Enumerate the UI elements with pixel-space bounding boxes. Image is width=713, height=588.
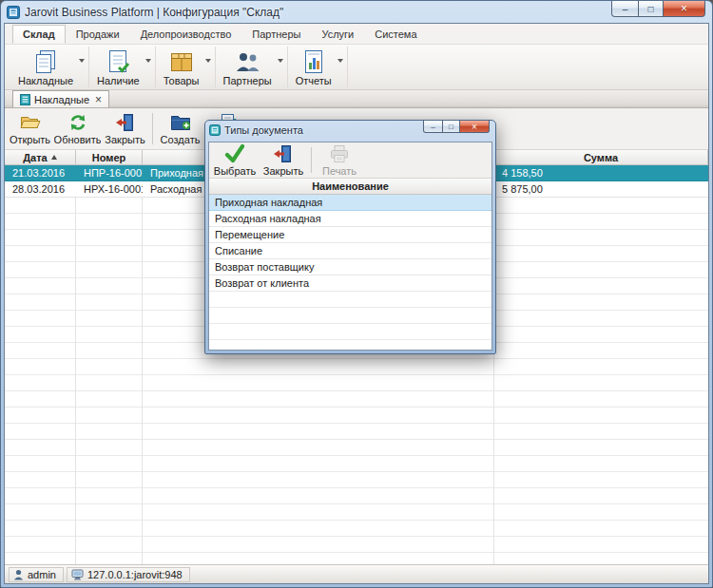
dialog-close-view-button[interactable]: Закрыть — [260, 143, 307, 177]
chevron-down-icon[interactable] — [278, 59, 283, 63]
tab-invoices[interactable]: Накладные × — [12, 90, 109, 107]
toolbar-button-label: Создать — [161, 134, 201, 145]
list-item[interactable]: Перемещение — [209, 227, 491, 243]
window-title: Jarovit Business Platform | Конфигурация… — [25, 6, 283, 19]
menu-tab-partnery[interactable]: Партнеры — [241, 25, 311, 44]
create-button[interactable]: Создать — [157, 109, 203, 148]
menu-tab-prodazhi[interactable]: Продажи — [66, 25, 130, 44]
open-folder-icon — [19, 112, 42, 133]
dialog-close-button[interactable]: × — [459, 121, 490, 133]
menu-tab-sistema[interactable]: Система — [364, 25, 427, 44]
status-user: admin — [28, 569, 56, 580]
dialog-toolbar: Выбрать Закрыть Печать — [209, 142, 491, 179]
ribbon-button-label: Наличие — [97, 75, 140, 86]
ribbon: Накладные Наличие Товары — [5, 45, 708, 90]
column-header-sum[interactable]: Сумма — [494, 150, 708, 164]
dialog-button-label: Выбрать — [214, 165, 256, 177]
toolbar-separator — [311, 147, 312, 173]
partners-icon — [234, 47, 260, 75]
maximize-button[interactable]: □ — [638, 1, 664, 17]
cell-sum: 4 158,50 — [494, 165, 708, 180]
open-button[interactable]: Открыть — [7, 109, 53, 148]
menu-tab-uslugi[interactable]: Услуги — [311, 25, 364, 44]
status-connection-panel: 127.0.0.1:jarovit:948 — [67, 567, 190, 582]
menu-tab-deloproizvodstvo[interactable]: Делопроизводство — [130, 25, 242, 44]
close-view-button[interactable]: Закрыть — [102, 109, 148, 148]
list-item[interactable]: Возврат от клиента — [209, 275, 491, 292]
dialog-button-label: Закрыть — [263, 165, 303, 177]
dialog-title: Типы документа — [224, 124, 420, 136]
invoice-tab-icon — [20, 94, 30, 105]
cell-number: НПР-16-0001 — [76, 165, 143, 180]
minimize-button[interactable]: – — [611, 1, 639, 17]
chevron-down-icon[interactable] — [205, 59, 211, 63]
toolbar-separator — [152, 113, 153, 144]
menu-tab-bar: Склад Продажи Делопроизводство Партнеры … — [5, 24, 708, 45]
column-header-label: Дата — [23, 152, 47, 163]
dialog-maximize-button[interactable]: □ — [442, 121, 460, 133]
ribbon-button-label: Накладные — [18, 75, 73, 86]
menu-tab-sklad[interactable]: Склад — [12, 25, 66, 44]
user-icon — [13, 569, 24, 580]
close-door-icon — [115, 112, 136, 133]
status-bar: admin 127.0.0.1:jarovit:948 — [5, 564, 708, 583]
cell-number: НРХ-16-0001 — [76, 181, 143, 197]
titlebar: Jarovit Business Platform | Конфигурация… — [1, 1, 712, 23]
toolbar-button-label: Открыть — [10, 134, 50, 145]
ribbon-button-reports[interactable]: Отчеты — [288, 47, 348, 87]
ribbon-button-label: Товары — [164, 75, 200, 86]
toolbar-button-label: Закрыть — [105, 134, 145, 145]
status-user-panel: admin — [9, 567, 64, 582]
print-button[interactable]: Печать — [316, 143, 363, 177]
list-item[interactable]: Приходная накладная — [209, 195, 491, 211]
column-header-date[interactable]: Дата — [5, 150, 76, 164]
dialog-icon — [209, 124, 221, 136]
document-type-list: Приходная накладная Расходная накладная … — [209, 195, 491, 350]
list-item[interactable]: Возврат поставщику — [209, 259, 491, 275]
stock-icon — [105, 47, 131, 75]
ribbon-button-invoices[interactable]: Накладные — [10, 47, 89, 87]
dialog-titlebar: Типы документа – □ × — [205, 121, 495, 140]
dialog-column-header-label: Наименование — [312, 180, 389, 192]
dialog-body: Выбрать Закрыть Печать Наименовани — [208, 142, 492, 351]
column-header-label: Сумма — [584, 152, 618, 163]
sort-ascending-icon — [51, 155, 57, 160]
ribbon-button-label: Отчеты — [296, 75, 332, 86]
reports-icon — [300, 47, 327, 75]
column-header-number[interactable]: Номер — [76, 150, 143, 164]
cell-date: 28.03.2016 — [5, 181, 76, 197]
chevron-down-icon[interactable] — [79, 59, 85, 63]
ribbon-button-partners[interactable]: Партнеры — [216, 47, 288, 87]
dialog-window-controls: – □ × — [424, 121, 490, 133]
select-button[interactable]: Выбрать — [211, 143, 259, 177]
dialog-minimize-button[interactable]: – — [423, 121, 443, 133]
close-door-icon — [273, 143, 294, 164]
list-item[interactable]: Списание — [209, 243, 491, 259]
ribbon-button-label: Партнеры — [223, 75, 272, 86]
computer-icon — [71, 569, 84, 580]
dialog-list-header: Наименование — [209, 179, 491, 195]
close-button[interactable]: × — [663, 1, 705, 17]
chevron-down-icon[interactable] — [145, 59, 151, 63]
cell-date: 21.03.2016 — [5, 165, 76, 180]
refresh-button[interactable]: Обновить — [54, 109, 101, 148]
ribbon-button-stock[interactable]: Наличие — [89, 47, 156, 87]
tab-close-icon[interactable]: × — [95, 95, 102, 104]
column-header-label: Номер — [92, 152, 126, 163]
select-check-icon — [223, 143, 246, 164]
chevron-down-icon[interactable] — [337, 59, 343, 63]
tab-label: Накладные — [34, 94, 89, 105]
refresh-icon — [67, 112, 88, 133]
column-divider — [75, 165, 76, 564]
print-icon — [329, 143, 350, 164]
window-controls: – □ × — [612, 1, 705, 17]
goods-icon — [168, 47, 195, 75]
status-connection: 127.0.0.1:jarovit:948 — [87, 569, 183, 580]
list-item[interactable]: Расходная накладная — [209, 211, 491, 227]
document-tab-bar: Накладные × — [5, 90, 708, 108]
cell-sum: 5 875,00 — [494, 181, 708, 197]
ribbon-button-goods[interactable]: Товары — [156, 47, 216, 87]
main-window: Jarovit Business Platform | Конфигурация… — [0, 0, 713, 588]
toolbar-button-label: Обновить — [54, 134, 101, 145]
document-types-dialog: Типы документа – □ × Выбрать — [204, 120, 496, 354]
